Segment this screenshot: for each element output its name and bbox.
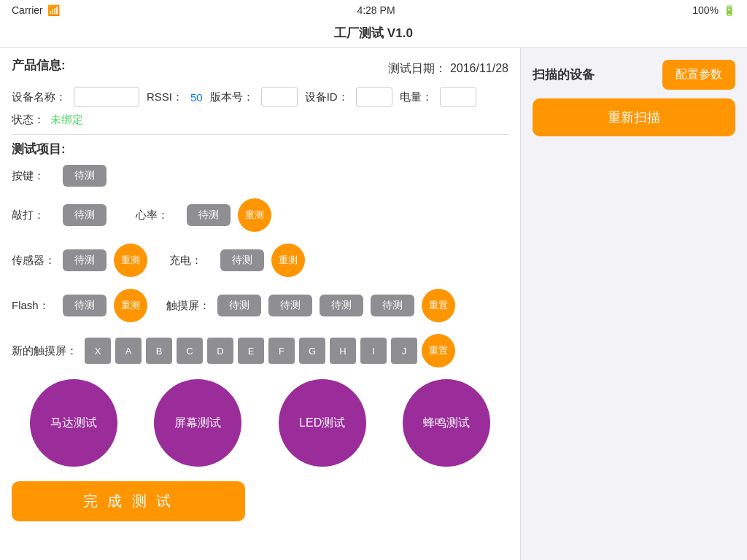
flash-retest-btn[interactable]: 重测 [114,289,147,322]
product-info-title: 产品信息: [12,57,66,74]
complete-test-btn[interactable]: 完 成 测 试 [12,481,245,521]
touch-cell-d[interactable]: D [207,338,233,364]
product-info-header: 产品信息: 测试日期： 2016/11/28 [12,57,508,81]
charge-label: 充电： [169,254,213,268]
led-test-btn[interactable]: LED测试 [279,379,366,467]
status-bar-left: Carrier 📶 [12,4,60,16]
battery-icon: 🔋 [723,4,735,16]
status-row: 状态： 未绑定 [12,113,508,127]
touch-cell-c[interactable]: C [177,338,203,364]
device-name-input[interactable] [74,87,139,107]
product-info-section: 产品信息: 测试日期： 2016/11/28 设备名称： RSSI： 50 版本… [12,57,508,127]
touchscreen-label: 触摸屏： [166,299,210,313]
right-header: 扫描的设备 配置参数 [533,60,735,90]
version-label: 版本号： [210,90,254,104]
sensor-retest-btn[interactable]: 重测 [114,244,147,277]
status-label: 状态： [12,113,44,127]
battery-input[interactable] [440,87,476,107]
wifi-icon: 📶 [47,4,60,16]
heartrate-test-btn[interactable]: 待测 [187,204,231,226]
touch-cell-g[interactable]: G [299,338,325,364]
flash-test-btn[interactable]: 待测 [63,295,107,316]
test-row-new-touch: 新的触摸屏： X A B C D E F G H I J 重置 [12,334,508,368]
device-id-input[interactable] [356,87,392,107]
touch-cell-x[interactable]: X [85,338,111,364]
device-name-label: 设备名称： [12,90,66,104]
right-panel: 扫描的设备 配置参数 重新扫描 [521,48,747,560]
rssi-label: RSSI： [147,90,183,104]
status-value: 未绑定 [50,113,83,127]
scan-devices-label: 扫描的设备 [533,66,595,83]
sensor-test-btn[interactable]: 待测 [63,249,107,271]
status-bar-right: 100% 🔋 [692,4,735,16]
tap-test-btn[interactable]: 待测 [63,204,107,226]
touch-cell-j[interactable]: J [391,338,417,364]
new-touch-reset-btn[interactable]: 重置 [422,334,455,368]
touchscreen-btn-3[interactable]: 待测 [320,295,363,316]
charge-retest-btn[interactable]: 重测 [271,244,305,277]
date-display: 测试日期： 2016/11/28 [388,61,508,77]
touch-cell-f[interactable]: F [268,338,295,364]
touch-grid: X A B C D E F G H I J 重置 [85,334,455,368]
touch-cell-i[interactable]: I [360,338,387,364]
status-bar: Carrier 📶 4:28 PM 100% 🔋 [0,0,747,20]
app-title: 工厂测试 V1.0 [334,26,413,40]
heartrate-label: 心率： [136,209,179,222]
button-test-label: 按键： [12,169,55,183]
charge-test-btn[interactable]: 待测 [220,249,264,271]
battery-label: 电量： [400,90,433,104]
tap-test-label: 敲打： [12,209,55,222]
carrier-label: Carrier [12,4,43,16]
new-touch-label: 新的触摸屏： [12,344,77,358]
touchscreen-btn-1[interactable]: 待测 [217,295,261,316]
left-panel: 产品信息: 测试日期： 2016/11/28 设备名称： RSSI： 50 版本… [0,48,521,560]
heartrate-retest-btn[interactable]: 重测 [238,198,271,232]
main-layout: 产品信息: 测试日期： 2016/11/28 设备名称： RSSI： 50 版本… [0,48,747,560]
motor-test-btn[interactable]: 马达测试 [30,379,117,467]
touch-cell-h[interactable]: H [330,338,356,364]
touch-cell-e[interactable]: E [238,338,264,364]
test-row-button: 按键： 待测 [12,165,508,187]
big-buttons-row: 马达测试 屏幕测试 LED测试 蜂鸣测试 [12,379,508,467]
buzzer-test-btn[interactable]: 蜂鸣测试 [403,379,490,467]
button-test-btn[interactable]: 待测 [63,165,107,187]
touch-cell-b[interactable]: B [146,338,172,364]
divider-1 [12,134,508,135]
test-row-tap: 敲打： 待测 心率： 待测 重测 [12,198,508,232]
version-input[interactable] [261,87,298,107]
product-fields-row: 设备名称： RSSI： 50 版本号： 设备ID： 电量： [12,87,508,107]
battery-label: 100% [692,4,719,16]
sensor-label: 传感器： [12,254,55,268]
screen-test-btn[interactable]: 屏幕测试 [154,379,241,467]
complete-btn-container: 完 成 测 试 [12,475,508,530]
test-row-flash: Flash： 待测 重测 触摸屏： 待测 待测 待测 待测 重置 [12,289,508,322]
touchscreen-reset-btn[interactable]: 重置 [422,289,455,322]
device-id-label: 设备ID： [305,90,349,104]
rescan-btn[interactable]: 重新扫描 [533,98,735,136]
touch-cell-a[interactable]: A [115,338,142,364]
test-row-sensor: 传感器： 待测 重测 充电： 待测 重测 [12,244,508,277]
touchscreen-btn-4[interactable]: 待测 [371,295,414,316]
date-label: 测试日期： [388,62,446,74]
time-label: 4:28 PM [357,4,395,16]
flash-label: Flash： [12,299,55,313]
date-value: 2016/11/28 [450,62,508,74]
touchscreen-btn-2[interactable]: 待测 [268,295,312,316]
config-params-btn[interactable]: 配置参数 [662,60,735,90]
title-bar: 工厂测试 V1.0 [0,20,747,48]
test-section-title: 测试项目: [12,141,508,158]
rssi-value: 50 [190,91,203,104]
test-section: 测试项目: 按键： 待测 敲打： 待测 心率： 待测 重测 传感器： 待测 重测 [12,141,508,467]
